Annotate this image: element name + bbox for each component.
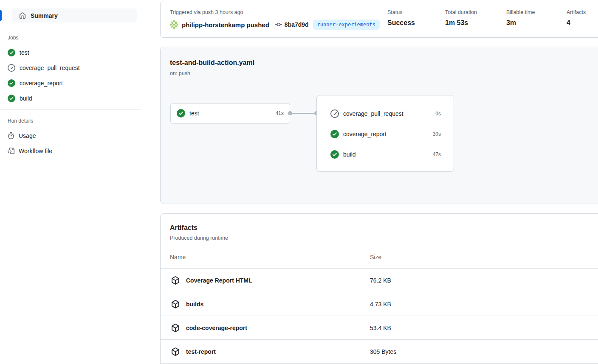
artifact-size: 76.2 KB bbox=[370, 277, 391, 284]
artifact-row[interactable]: Coverage Report HTML 76.2 KB bbox=[161, 269, 598, 292]
home-icon bbox=[19, 12, 26, 19]
sidebar-item-usage[interactable]: Usage bbox=[0, 128, 141, 143]
workflow-file-name: test-and-build-action.yaml bbox=[170, 59, 254, 67]
graph-node-coverage-report[interactable]: coverage_report 30s bbox=[330, 124, 441, 144]
graph-node-label: build bbox=[343, 151, 429, 158]
metric-label: Artifacts bbox=[567, 9, 586, 15]
sidebar-item-job-build[interactable]: build bbox=[0, 91, 141, 106]
graph-node-coverage-pull-request[interactable]: coverage_pull_request 0s bbox=[330, 104, 441, 124]
branch-badge[interactable]: runner-experiements bbox=[313, 20, 380, 30]
column-header-size: Size bbox=[370, 254, 381, 260]
actor-name: philipp-horstenkamp bbox=[182, 21, 245, 28]
graph-node-label: coverage_pull_request bbox=[343, 110, 431, 117]
package-icon bbox=[171, 347, 180, 356]
package-icon bbox=[171, 324, 180, 332]
run-details-list: Usage Workflow file bbox=[0, 128, 141, 159]
artifacts-title: Artifacts bbox=[170, 224, 197, 232]
artifact-name-link[interactable]: builds bbox=[186, 301, 203, 308]
column-header-name: Name bbox=[170, 254, 186, 260]
run-details-section-title: Run details bbox=[8, 118, 33, 124]
selected-item-accent-bar bbox=[0, 10, 2, 21]
success-icon bbox=[330, 130, 339, 138]
metric-label: Billable time bbox=[506, 9, 535, 15]
artifact-row[interactable]: code-coverage-report 53.4 KB bbox=[161, 316, 598, 340]
job-label: coverage_pull_request bbox=[20, 64, 80, 71]
sidebar-divider bbox=[0, 109, 141, 109]
package-icon bbox=[171, 300, 180, 308]
artifact-size: 53.4 KB bbox=[370, 325, 391, 331]
actor-and-action: philipp-horstenkamp pushed bbox=[182, 21, 269, 28]
graph-node-duration: 0s bbox=[435, 111, 441, 117]
workflow-graph-card: test-and-build-action.yaml on: push test… bbox=[160, 47, 598, 204]
run-detail-label: Workflow file bbox=[19, 148, 52, 154]
identicon bbox=[170, 20, 178, 29]
metric-status: Status Success bbox=[387, 9, 415, 27]
push-info-row: philipp-horstenkamp pushed 8ba7d9d runne… bbox=[170, 20, 380, 30]
workflow-trigger: on: push bbox=[170, 70, 190, 76]
jobs-list: test coverage_pull_request coverage_repo… bbox=[0, 45, 141, 106]
commit-sha-link[interactable]: 8ba7d9d bbox=[285, 21, 309, 28]
artifact-size: 4.73 KB bbox=[370, 301, 391, 308]
skipped-icon bbox=[330, 109, 339, 118]
graph-node-duration: 30s bbox=[433, 131, 441, 137]
job-label: test bbox=[20, 49, 29, 56]
success-icon bbox=[177, 109, 185, 118]
artifact-size: 305 Bytes bbox=[370, 348, 396, 355]
sidebar-item-summary[interactable]: Summary bbox=[12, 8, 137, 22]
graph-node-duration: 47s bbox=[433, 151, 441, 157]
metric-value: Success bbox=[387, 19, 415, 27]
artifact-row[interactable]: test-report 305 Bytes bbox=[161, 340, 598, 364]
graph-node-test[interactable]: test 41s bbox=[170, 103, 290, 123]
package-icon bbox=[171, 276, 180, 285]
job-label: build bbox=[20, 95, 32, 102]
artifacts-card: Artifacts Produced during runtime Name S… bbox=[160, 213, 598, 364]
file-code-icon bbox=[8, 148, 14, 154]
graph-edge-dot bbox=[288, 111, 292, 115]
graph-node-build[interactable]: build 47s bbox=[330, 144, 441, 165]
success-icon bbox=[8, 49, 15, 56]
jobs-section-title: Jobs bbox=[8, 35, 18, 41]
metric-total-duration: Total duration 1m 53s bbox=[445, 9, 477, 27]
sidebar-divider bbox=[0, 30, 141, 30]
action-verb: pushed bbox=[247, 21, 269, 28]
metric-value: 1m 53s bbox=[445, 19, 477, 27]
graph-node-label: test bbox=[189, 110, 271, 117]
run-detail-label: Usage bbox=[19, 132, 36, 139]
metric-value: 4 bbox=[567, 19, 586, 27]
sidebar-item-job-coverage-pull-request[interactable]: coverage_pull_request bbox=[0, 60, 141, 76]
actions-run-summary-page: Summary Jobs test coverage_pull_request … bbox=[0, 0, 598, 364]
stopwatch-icon bbox=[8, 132, 14, 139]
success-icon bbox=[8, 79, 15, 87]
sidebar-item-workflow-file[interactable]: Workflow file bbox=[0, 143, 141, 159]
artifact-name-link[interactable]: code-coverage-report bbox=[186, 325, 247, 331]
run-header-card: Triggered via push 3 hours ago ph bbox=[160, 1, 598, 38]
success-icon bbox=[330, 150, 339, 159]
success-icon bbox=[8, 95, 15, 102]
metric-label: Status bbox=[387, 9, 415, 15]
metric-billable-time: Billable time 3m bbox=[506, 9, 535, 27]
artifact-row[interactable]: builds 4.73 KB bbox=[161, 292, 598, 316]
artifacts-subtitle: Produced during runtime bbox=[170, 235, 228, 241]
graph-node-duration: 41s bbox=[276, 110, 284, 116]
sidebar-summary-label: Summary bbox=[31, 12, 58, 19]
sidebar: Summary Jobs test coverage_pull_request … bbox=[0, 0, 147, 364]
trigger-info-text: Triggered via push 3 hours ago bbox=[170, 9, 243, 15]
avatar[interactable] bbox=[170, 20, 178, 29]
artifact-name-link[interactable]: Coverage Report HTML bbox=[186, 277, 252, 284]
graph-node-label: coverage_report bbox=[343, 131, 429, 137]
skipped-icon bbox=[8, 64, 15, 72]
metric-value: 3m bbox=[506, 19, 535, 27]
graph-dependent-jobs-group: coverage_pull_request 0s coverage_report… bbox=[316, 95, 454, 172]
metric-label: Total duration bbox=[445, 9, 477, 15]
job-label: coverage_report bbox=[20, 80, 63, 87]
git-commit-icon bbox=[275, 21, 282, 28]
metric-artifacts-count: Artifacts 4 bbox=[567, 9, 586, 27]
sidebar-item-job-coverage-report[interactable]: coverage_report bbox=[0, 76, 141, 91]
graph-edge bbox=[290, 113, 316, 114]
artifact-name-link[interactable]: test-report bbox=[186, 348, 216, 355]
sidebar-item-job-test[interactable]: test bbox=[0, 45, 141, 60]
artifacts-table: Coverage Report HTML 76.2 KB builds 4.73… bbox=[161, 268, 598, 364]
